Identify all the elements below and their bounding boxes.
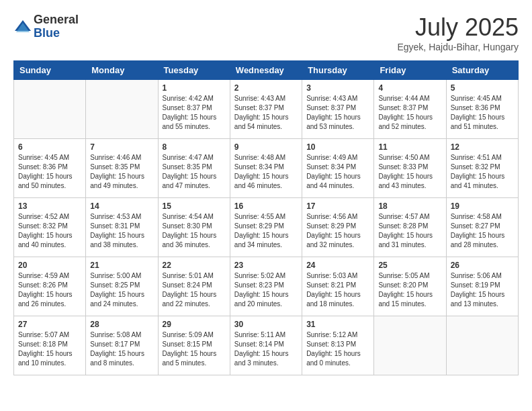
calendar-cell [374, 316, 446, 375]
day-number: 8 [163, 142, 226, 152]
calendar-cell: 28Sunrise: 5:08 AMSunset: 8:17 PMDayligh… [86, 316, 158, 375]
day-info: Sunrise: 4:48 AMSunset: 8:34 PMDaylight:… [234, 153, 298, 191]
calendar-cell: 19Sunrise: 4:58 AMSunset: 8:27 PMDayligh… [446, 198, 518, 257]
calendar-cell: 12Sunrise: 4:51 AMSunset: 8:32 PMDayligh… [446, 139, 518, 198]
logo-blue-text: Blue [34, 27, 79, 40]
calendar-cell: 24Sunrise: 5:03 AMSunset: 8:21 PMDayligh… [302, 257, 374, 316]
calendar-cell: 25Sunrise: 5:05 AMSunset: 8:20 PMDayligh… [374, 257, 446, 316]
day-info: Sunrise: 4:53 AMSunset: 8:31 PMDaylight:… [90, 212, 153, 250]
day-number: 15 [163, 201, 226, 211]
day-info: Sunrise: 5:09 AMSunset: 8:15 PMDaylight:… [163, 330, 226, 368]
calendar-cell: 8Sunrise: 4:47 AMSunset: 8:35 PMDaylight… [158, 139, 230, 198]
day-info: Sunrise: 4:52 AMSunset: 8:32 PMDaylight:… [18, 212, 81, 250]
day-number: 11 [378, 142, 441, 152]
calendar-cell: 23Sunrise: 5:02 AMSunset: 8:23 PMDayligh… [230, 257, 302, 316]
weekday-header-row: SundayMondayTuesdayWednesdayThursdayFrid… [14, 61, 519, 80]
day-number: 28 [90, 320, 153, 329]
day-info: Sunrise: 4:47 AMSunset: 8:35 PMDaylight:… [163, 153, 226, 191]
day-info: Sunrise: 4:44 AMSunset: 8:37 PMDaylight:… [378, 94, 441, 132]
location-subtitle: Egyek, Hajdu-Bihar, Hungary [397, 42, 519, 52]
day-number: 30 [234, 320, 298, 329]
calendar-cell: 31Sunrise: 5:12 AMSunset: 8:13 PMDayligh… [302, 316, 374, 375]
logo-text: General Blue [34, 13, 79, 40]
calendar-table: SundayMondayTuesdayWednesdayThursdayFrid… [13, 60, 519, 375]
calendar-cell: 4Sunrise: 4:44 AMSunset: 8:37 PMDaylight… [374, 80, 446, 139]
day-number: 26 [451, 261, 514, 270]
day-info: Sunrise: 4:43 AMSunset: 8:37 PMDaylight:… [234, 94, 298, 132]
day-number: 18 [378, 201, 441, 211]
calendar-cell: 13Sunrise: 4:52 AMSunset: 8:32 PMDayligh… [14, 198, 86, 257]
week-row-5: 27Sunrise: 5:07 AMSunset: 8:18 PMDayligh… [14, 316, 519, 375]
calendar-cell: 21Sunrise: 5:00 AMSunset: 8:25 PMDayligh… [86, 257, 158, 316]
day-number: 19 [451, 201, 514, 211]
calendar-cell: 2Sunrise: 4:43 AMSunset: 8:37 PMDaylight… [230, 80, 302, 139]
calendar-cell [446, 316, 518, 375]
day-info: Sunrise: 5:07 AMSunset: 8:18 PMDaylight:… [18, 330, 81, 368]
calendar-cell: 30Sunrise: 5:11 AMSunset: 8:14 PMDayligh… [230, 316, 302, 375]
logo-general-text: General [34, 13, 79, 27]
day-number: 2 [234, 83, 298, 93]
calendar-cell: 14Sunrise: 4:53 AMSunset: 8:31 PMDayligh… [86, 198, 158, 257]
day-info: Sunrise: 5:06 AMSunset: 8:19 PMDaylight:… [451, 271, 514, 309]
day-number: 20 [18, 261, 81, 270]
day-number: 25 [378, 261, 441, 270]
day-info: Sunrise: 4:51 AMSunset: 8:32 PMDaylight:… [451, 153, 514, 191]
calendar-cell: 20Sunrise: 4:59 AMSunset: 8:26 PMDayligh… [14, 257, 86, 316]
day-info: Sunrise: 5:05 AMSunset: 8:20 PMDaylight:… [378, 271, 441, 309]
page-header: General Blue July 2025 Egyek, Hajdu-Biha… [13, 13, 519, 52]
day-info: Sunrise: 4:56 AMSunset: 8:29 PMDaylight:… [306, 212, 369, 250]
day-info: Sunrise: 4:58 AMSunset: 8:27 PMDaylight:… [451, 212, 514, 250]
day-number: 6 [18, 142, 81, 152]
calendar-cell [86, 80, 158, 139]
day-number: 16 [234, 201, 298, 211]
day-info: Sunrise: 4:45 AMSunset: 8:36 PMDaylight:… [451, 94, 514, 132]
day-info: Sunrise: 4:59 AMSunset: 8:26 PMDaylight:… [18, 271, 81, 309]
weekday-header-wednesday: Wednesday [230, 61, 302, 80]
calendar-cell: 1Sunrise: 4:42 AMSunset: 8:37 PMDaylight… [158, 80, 230, 139]
weekday-header-saturday: Saturday [446, 61, 518, 80]
day-info: Sunrise: 4:57 AMSunset: 8:28 PMDaylight:… [378, 212, 441, 250]
calendar-cell: 26Sunrise: 5:06 AMSunset: 8:19 PMDayligh… [446, 257, 518, 316]
day-info: Sunrise: 5:03 AMSunset: 8:21 PMDaylight:… [306, 271, 369, 309]
day-info: Sunrise: 4:46 AMSunset: 8:35 PMDaylight:… [90, 153, 153, 191]
calendar-cell: 7Sunrise: 4:46 AMSunset: 8:35 PMDaylight… [86, 139, 158, 198]
calendar-cell: 18Sunrise: 4:57 AMSunset: 8:28 PMDayligh… [374, 198, 446, 257]
calendar-cell: 29Sunrise: 5:09 AMSunset: 8:15 PMDayligh… [158, 316, 230, 375]
day-number: 3 [306, 83, 369, 93]
day-number: 24 [306, 261, 369, 270]
weekday-header-sunday: Sunday [14, 61, 86, 80]
calendar-cell: 15Sunrise: 4:54 AMSunset: 8:30 PMDayligh… [158, 198, 230, 257]
calendar-cell: 22Sunrise: 5:01 AMSunset: 8:24 PMDayligh… [158, 257, 230, 316]
logo: General Blue [13, 13, 79, 40]
day-info: Sunrise: 4:54 AMSunset: 8:30 PMDaylight:… [163, 212, 226, 250]
day-number: 23 [234, 261, 298, 270]
day-info: Sunrise: 5:12 AMSunset: 8:13 PMDaylight:… [306, 330, 369, 368]
day-number: 5 [451, 83, 514, 93]
week-row-4: 20Sunrise: 4:59 AMSunset: 8:26 PMDayligh… [14, 257, 519, 316]
calendar-cell: 5Sunrise: 4:45 AMSunset: 8:36 PMDaylight… [446, 80, 518, 139]
day-number: 27 [18, 320, 81, 329]
calendar-cell: 3Sunrise: 4:43 AMSunset: 8:37 PMDaylight… [302, 80, 374, 139]
day-info: Sunrise: 5:02 AMSunset: 8:23 PMDaylight:… [234, 271, 298, 309]
day-number: 29 [163, 320, 226, 329]
day-info: Sunrise: 4:43 AMSunset: 8:37 PMDaylight:… [306, 94, 369, 132]
day-info: Sunrise: 5:11 AMSunset: 8:14 PMDaylight:… [234, 330, 298, 368]
day-number: 4 [378, 83, 441, 93]
day-info: Sunrise: 4:42 AMSunset: 8:37 PMDaylight:… [163, 94, 226, 132]
calendar-cell: 6Sunrise: 4:45 AMSunset: 8:36 PMDaylight… [14, 139, 86, 198]
day-info: Sunrise: 5:01 AMSunset: 8:24 PMDaylight:… [163, 271, 226, 309]
calendar-cell: 11Sunrise: 4:50 AMSunset: 8:33 PMDayligh… [374, 139, 446, 198]
calendar-cell [14, 80, 86, 139]
calendar-cell: 27Sunrise: 5:07 AMSunset: 8:18 PMDayligh… [14, 316, 86, 375]
day-number: 10 [306, 142, 369, 152]
day-info: Sunrise: 4:45 AMSunset: 8:36 PMDaylight:… [18, 153, 81, 191]
calendar-cell: 16Sunrise: 4:55 AMSunset: 8:29 PMDayligh… [230, 198, 302, 257]
title-area: July 2025 Egyek, Hajdu-Bihar, Hungary [397, 13, 519, 52]
day-number: 9 [234, 142, 298, 152]
calendar-cell: 9Sunrise: 4:48 AMSunset: 8:34 PMDaylight… [230, 139, 302, 198]
weekday-header-monday: Monday [86, 61, 158, 80]
week-row-1: 1Sunrise: 4:42 AMSunset: 8:37 PMDaylight… [14, 80, 519, 139]
week-row-2: 6Sunrise: 4:45 AMSunset: 8:36 PMDaylight… [14, 139, 519, 198]
weekday-header-friday: Friday [374, 61, 446, 80]
day-number: 7 [90, 142, 153, 152]
